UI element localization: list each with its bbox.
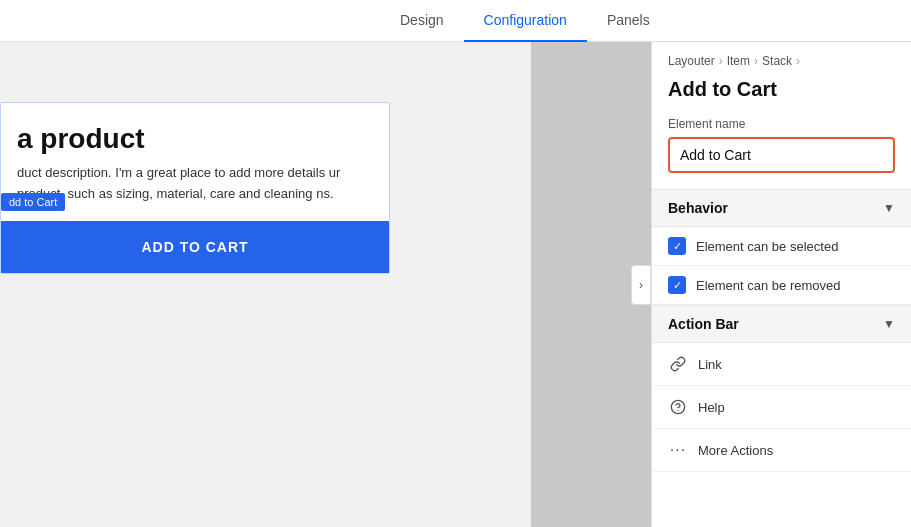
action-link-label: Link [698,357,722,372]
product-desc: duct description. I'm a great place to a… [1,163,389,221]
tab-bar: Design Configuration Panels [0,0,911,42]
action-link[interactable]: Link [652,343,911,386]
product-title: a product [1,103,389,163]
tab-panels[interactable]: Panels [587,0,670,42]
add-to-cart-wrapper: dd to Cart ADD TO CART [1,221,389,273]
action-help[interactable]: Help [652,386,911,429]
behavior-title: Behavior [668,200,728,216]
chevron-right-icon: › [639,278,643,292]
checkbox-removable[interactable]: ✓ Element can be removed [652,266,911,305]
behavior-section-header[interactable]: Behavior ▼ [652,189,911,227]
checkbox-selectable[interactable]: ✓ Element can be selected [652,227,911,266]
checkbox-selectable-box: ✓ [668,237,686,255]
config-panel: Layouter › Item › Stack › Add to Cart El… [651,42,911,527]
behavior-chevron-icon: ▼ [883,201,895,215]
checkbox-selectable-label: Element can be selected [696,239,838,254]
checkmark-icon-2: ✓ [673,279,682,292]
action-bar-chevron-icon: ▼ [883,317,895,331]
collapse-button[interactable]: › [631,265,651,305]
breadcrumb: Layouter › Item › Stack › [652,42,911,74]
breadcrumb-layouter[interactable]: Layouter [668,54,715,68]
panel-title: Add to Cart [652,74,911,117]
action-bar-title: Action Bar [668,316,739,332]
help-icon [668,397,688,417]
breadcrumb-sep-2: › [754,54,758,68]
element-name-input[interactable] [668,137,895,173]
action-more-label: More Actions [698,443,773,458]
tab-design[interactable]: Design [380,0,464,42]
tab-configuration[interactable]: Configuration [464,0,587,42]
link-icon [668,354,688,374]
preview-panel: a product duct description. I'm a great … [0,42,651,527]
breadcrumb-stack[interactable]: Stack [762,54,792,68]
add-to-cart-tooltip: dd to Cart [1,193,65,211]
action-more[interactable]: ··· More Actions [652,429,911,472]
breadcrumb-sep-1: › [719,54,723,68]
checkbox-removable-label: Element can be removed [696,278,841,293]
element-name-label: Element name [652,117,911,137]
product-card: a product duct description. I'm a great … [0,102,390,274]
breadcrumb-item[interactable]: Item [727,54,750,68]
action-help-label: Help [698,400,725,415]
checkbox-removable-box: ✓ [668,276,686,294]
action-bar-section-header[interactable]: Action Bar ▼ [652,305,911,343]
more-actions-icon: ··· [668,440,688,460]
preview-inner: a product duct description. I'm a great … [0,42,651,527]
add-to-cart-button[interactable]: ADD TO CART [1,221,389,273]
breadcrumb-sep-3: › [796,54,800,68]
checkmark-icon: ✓ [673,240,682,253]
main-layout: a product duct description. I'm a great … [0,42,911,527]
